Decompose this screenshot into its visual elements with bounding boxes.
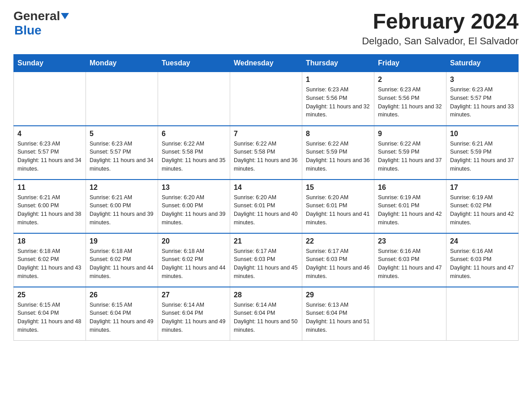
day-number: 12 bbox=[90, 184, 154, 192]
day-info: Sunrise: 6:20 AM Sunset: 6:01 PM Dayligh… bbox=[306, 193, 370, 227]
calendar-cell: 15Sunrise: 6:20 AM Sunset: 6:01 PM Dayli… bbox=[302, 180, 374, 233]
calendar-cell: 4Sunrise: 6:23 AM Sunset: 5:57 PM Daylig… bbox=[14, 126, 86, 180]
day-number: 27 bbox=[162, 291, 226, 299]
calendar-header: Sunday Monday Tuesday Wednesday Thursday… bbox=[14, 55, 519, 72]
day-number: 17 bbox=[450, 184, 515, 192]
header-friday: Friday bbox=[374, 55, 446, 72]
day-info: Sunrise: 6:23 AM Sunset: 5:57 PM Dayligh… bbox=[450, 86, 515, 119]
header-tuesday: Tuesday bbox=[158, 55, 230, 72]
calendar-cell: 23Sunrise: 6:16 AM Sunset: 6:03 PM Dayli… bbox=[374, 233, 446, 287]
calendar-cell: 6Sunrise: 6:22 AM Sunset: 5:58 PM Daylig… bbox=[158, 126, 230, 180]
calendar-week-4: 18Sunrise: 6:18 AM Sunset: 6:02 PM Dayli… bbox=[14, 233, 519, 287]
day-number: 9 bbox=[378, 130, 442, 138]
day-number: 15 bbox=[306, 184, 370, 192]
day-number: 7 bbox=[234, 130, 298, 138]
calendar-cell bbox=[374, 287, 446, 341]
day-number: 18 bbox=[17, 237, 82, 245]
calendar-cell: 25Sunrise: 6:15 AM Sunset: 6:04 PM Dayli… bbox=[14, 287, 86, 341]
page-header: General Blue February 2024 Delgado, San … bbox=[13, 9, 519, 47]
calendar-cell: 3Sunrise: 6:23 AM Sunset: 5:57 PM Daylig… bbox=[446, 72, 519, 126]
header-sunday: Sunday bbox=[14, 55, 86, 72]
day-info: Sunrise: 6:13 AM Sunset: 6:04 PM Dayligh… bbox=[306, 301, 370, 334]
calendar-cell: 17Sunrise: 6:19 AM Sunset: 6:02 PM Dayli… bbox=[446, 180, 519, 233]
day-number: 16 bbox=[378, 184, 442, 192]
calendar-cell bbox=[86, 72, 158, 126]
day-number: 22 bbox=[306, 237, 370, 245]
header-saturday: Saturday bbox=[446, 55, 519, 72]
calendar-cell: 27Sunrise: 6:14 AM Sunset: 6:04 PM Dayli… bbox=[158, 287, 230, 341]
day-number: 3 bbox=[450, 76, 515, 84]
calendar-cell: 22Sunrise: 6:17 AM Sunset: 6:03 PM Dayli… bbox=[302, 233, 374, 287]
header-wednesday: Wednesday bbox=[230, 55, 302, 72]
header-monday: Monday bbox=[86, 55, 158, 72]
calendar-cell: 11Sunrise: 6:21 AM Sunset: 6:00 PM Dayli… bbox=[14, 180, 86, 233]
day-number: 2 bbox=[378, 76, 442, 84]
day-info: Sunrise: 6:22 AM Sunset: 5:58 PM Dayligh… bbox=[234, 140, 298, 173]
calendar-cell: 28Sunrise: 6:14 AM Sunset: 6:04 PM Dayli… bbox=[230, 287, 302, 341]
day-info: Sunrise: 6:17 AM Sunset: 6:03 PM Dayligh… bbox=[306, 247, 370, 281]
day-info: Sunrise: 6:23 AM Sunset: 5:56 PM Dayligh… bbox=[306, 86, 370, 119]
day-info: Sunrise: 6:22 AM Sunset: 5:59 PM Dayligh… bbox=[378, 140, 442, 173]
day-number: 14 bbox=[234, 184, 298, 192]
day-info: Sunrise: 6:23 AM Sunset: 5:57 PM Dayligh… bbox=[17, 140, 82, 173]
month-title: February 2024 bbox=[362, 9, 519, 34]
day-info: Sunrise: 6:14 AM Sunset: 6:04 PM Dayligh… bbox=[234, 301, 298, 334]
day-number: 11 bbox=[17, 184, 82, 192]
calendar-cell bbox=[14, 72, 86, 126]
calendar-week-1: 1Sunrise: 6:23 AM Sunset: 5:56 PM Daylig… bbox=[14, 72, 519, 126]
header-thursday: Thursday bbox=[302, 55, 374, 72]
day-info: Sunrise: 6:20 AM Sunset: 6:00 PM Dayligh… bbox=[162, 193, 226, 227]
day-info: Sunrise: 6:18 AM Sunset: 6:02 PM Dayligh… bbox=[17, 247, 82, 281]
calendar-cell: 10Sunrise: 6:21 AM Sunset: 5:59 PM Dayli… bbox=[446, 126, 519, 180]
day-info: Sunrise: 6:16 AM Sunset: 6:03 PM Dayligh… bbox=[450, 247, 515, 281]
calendar-cell: 18Sunrise: 6:18 AM Sunset: 6:02 PM Dayli… bbox=[14, 233, 86, 287]
calendar-cell: 24Sunrise: 6:16 AM Sunset: 6:03 PM Dayli… bbox=[446, 233, 519, 287]
day-info: Sunrise: 6:17 AM Sunset: 6:03 PM Dayligh… bbox=[234, 247, 298, 281]
calendar-cell: 19Sunrise: 6:18 AM Sunset: 6:02 PM Dayli… bbox=[86, 233, 158, 287]
calendar-cell: 16Sunrise: 6:19 AM Sunset: 6:01 PM Dayli… bbox=[374, 180, 446, 233]
logo-blue: Blue bbox=[14, 23, 42, 37]
day-info: Sunrise: 6:15 AM Sunset: 6:04 PM Dayligh… bbox=[17, 301, 82, 334]
calendar-cell: 26Sunrise: 6:15 AM Sunset: 6:04 PM Dayli… bbox=[86, 287, 158, 341]
day-number: 24 bbox=[450, 237, 515, 245]
day-info: Sunrise: 6:21 AM Sunset: 5:59 PM Dayligh… bbox=[450, 140, 515, 173]
calendar-cell: 20Sunrise: 6:18 AM Sunset: 6:02 PM Dayli… bbox=[158, 233, 230, 287]
logo-triangle-icon bbox=[61, 13, 69, 19]
calendar-cell: 8Sunrise: 6:22 AM Sunset: 5:59 PM Daylig… bbox=[302, 126, 374, 180]
calendar-cell bbox=[158, 72, 230, 126]
day-number: 13 bbox=[162, 184, 226, 192]
day-info: Sunrise: 6:18 AM Sunset: 6:02 PM Dayligh… bbox=[162, 247, 226, 281]
day-info: Sunrise: 6:15 AM Sunset: 6:04 PM Dayligh… bbox=[90, 301, 154, 334]
day-info: Sunrise: 6:23 AM Sunset: 5:56 PM Dayligh… bbox=[378, 86, 442, 119]
calendar-cell bbox=[230, 72, 302, 126]
calendar-cell: 9Sunrise: 6:22 AM Sunset: 5:59 PM Daylig… bbox=[374, 126, 446, 180]
calendar-week-2: 4Sunrise: 6:23 AM Sunset: 5:57 PM Daylig… bbox=[14, 126, 519, 180]
day-info: Sunrise: 6:14 AM Sunset: 6:04 PM Dayligh… bbox=[162, 301, 226, 334]
calendar-cell: 29Sunrise: 6:13 AM Sunset: 6:04 PM Dayli… bbox=[302, 287, 374, 341]
day-number: 1 bbox=[306, 76, 370, 84]
calendar-cell: 12Sunrise: 6:21 AM Sunset: 6:00 PM Dayli… bbox=[86, 180, 158, 233]
calendar-cell: 1Sunrise: 6:23 AM Sunset: 5:56 PM Daylig… bbox=[302, 72, 374, 126]
day-number: 19 bbox=[90, 237, 154, 245]
calendar-cell: 21Sunrise: 6:17 AM Sunset: 6:03 PM Dayli… bbox=[230, 233, 302, 287]
day-info: Sunrise: 6:19 AM Sunset: 6:01 PM Dayligh… bbox=[378, 193, 442, 227]
day-number: 23 bbox=[378, 237, 442, 245]
day-number: 6 bbox=[162, 130, 226, 138]
day-number: 25 bbox=[17, 291, 82, 299]
logo: General Blue bbox=[13, 9, 69, 38]
day-number: 21 bbox=[234, 237, 298, 245]
day-number: 5 bbox=[90, 130, 154, 138]
logo-general: General bbox=[13, 9, 60, 23]
day-number: 8 bbox=[306, 130, 370, 138]
day-number: 10 bbox=[450, 130, 515, 138]
calendar-cell: 5Sunrise: 6:23 AM Sunset: 5:57 PM Daylig… bbox=[86, 126, 158, 180]
day-info: Sunrise: 6:22 AM Sunset: 5:59 PM Dayligh… bbox=[306, 140, 370, 173]
day-info: Sunrise: 6:19 AM Sunset: 6:02 PM Dayligh… bbox=[450, 193, 515, 227]
day-info: Sunrise: 6:22 AM Sunset: 5:58 PM Dayligh… bbox=[162, 140, 226, 173]
day-number: 4 bbox=[17, 130, 82, 138]
header-row: Sunday Monday Tuesday Wednesday Thursday… bbox=[14, 55, 519, 72]
day-info: Sunrise: 6:23 AM Sunset: 5:57 PM Dayligh… bbox=[90, 140, 154, 173]
calendar-cell: 13Sunrise: 6:20 AM Sunset: 6:00 PM Dayli… bbox=[158, 180, 230, 233]
calendar-table: Sunday Monday Tuesday Wednesday Thursday… bbox=[13, 54, 519, 341]
location: Delgado, San Salvador, El Salvador bbox=[362, 35, 519, 47]
